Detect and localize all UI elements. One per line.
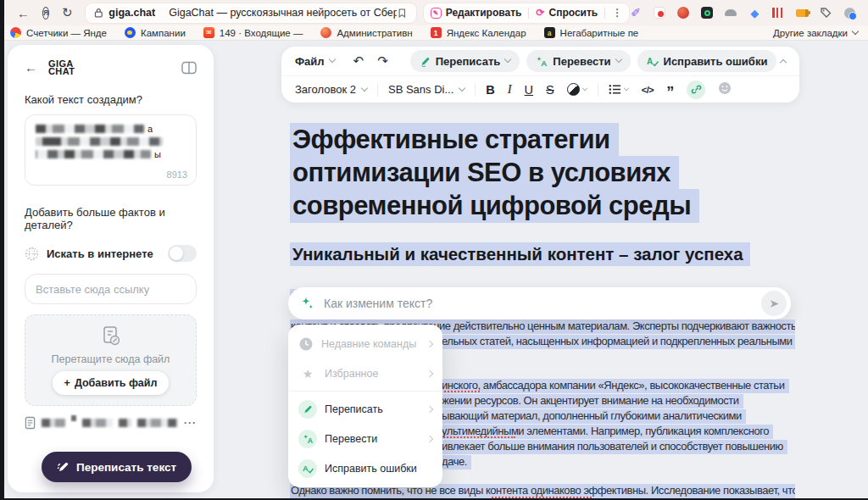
redo-button[interactable]: ↷ (377, 53, 388, 69)
send-button[interactable] (761, 291, 787, 316)
undo-button[interactable]: ↶ (353, 53, 364, 69)
plus-icon: + (64, 377, 70, 389)
spellcheck-underline (441, 391, 480, 392)
pin-check-icon (844, 8, 855, 19)
bookmark-cargo[interactable]: aНегабаритные пе (544, 27, 639, 38)
translate-icon: A (536, 56, 548, 67)
file-menu[interactable]: Файл (295, 55, 335, 68)
svg-text:A: A (542, 58, 548, 67)
bookmark-metrika[interactable]: Счетчики — Янде (10, 27, 107, 38)
other-bookmarks-label: Другие закладки (773, 28, 848, 38)
masked-filename (137, 419, 178, 427)
color-wheel-icon (567, 83, 580, 96)
spellcheck-icon: A (298, 459, 317, 478)
add-file-button[interactable]: + Добавить файл (53, 371, 170, 395)
bookmark-inbox[interactable]: ✉149 · Входящие — (203, 27, 303, 38)
bookmark-icon[interactable] (397, 8, 408, 19)
selected-text: инского, амбассадора компании «Яндекс», … (441, 379, 789, 393)
code-button[interactable]: </> (642, 85, 654, 95)
shield-extension-icon[interactable] (653, 6, 666, 19)
menu-item-recent[interactable]: Недавние команды (288, 329, 442, 358)
prompt-bar[interactable] (288, 287, 791, 319)
list-button[interactable] (609, 84, 629, 95)
char-count: 8913 (167, 169, 187, 180)
pen-icon (298, 400, 317, 419)
metrika-icon (10, 27, 21, 38)
translate-icon: A (298, 430, 317, 448)
panel-toggle-icon[interactable] (181, 61, 197, 75)
create-text-label: Какой текст создадим? (25, 93, 197, 106)
fix-errors-pill-button[interactable]: A Исправить ошибки (637, 50, 777, 72)
selected-text: ывающий материал, дополненный глубокими … (441, 409, 746, 424)
file-menu-icon[interactable]: ··· (184, 417, 197, 429)
page-title: GigaChat — русскоязычная нейросеть от Сб… (169, 7, 397, 19)
bold-button[interactable]: B (486, 83, 494, 97)
underline-button[interactable]: U (525, 83, 533, 97)
chevron-right-icon (426, 369, 433, 376)
link-input[interactable] (25, 274, 197, 304)
bookmark-admin[interactable]: Административн (320, 27, 412, 38)
lock-icon (94, 8, 103, 18)
italic-button[interactable]: I (508, 82, 512, 97)
chevron-down-icon (459, 84, 465, 91)
overflow-menu-icon[interactable]: ⋮ (612, 7, 622, 19)
spellcheck-icon: A (647, 56, 659, 67)
screen: ← Я ↻ giga.chat GigaChat — русскоязычная… (0, 0, 868, 500)
tag-extension-icon[interactable] (819, 6, 832, 19)
dark-ring-extension-icon[interactable] (700, 6, 714, 19)
edit-button[interactable]: ✎ Редактировать (431, 7, 522, 19)
cube-extension-icon[interactable]: ◆ (748, 6, 761, 19)
chevron-down-icon (361, 84, 368, 91)
bullet-list-icon (609, 84, 621, 95)
other-bookmarks-button[interactable]: Другие закладки (773, 28, 858, 38)
rewrite-pill-button[interactable]: Переписать (410, 50, 520, 72)
reload-icon[interactable]: ↻ (62, 5, 73, 20)
spellcheck-underline (441, 436, 515, 438)
truck-icon: a (544, 27, 555, 38)
text-color-button[interactable] (567, 83, 587, 96)
masked-tail: ы (154, 149, 161, 159)
purple-pen-extension-icon[interactable]: ✐ (629, 6, 643, 19)
link-button-active[interactable] (687, 81, 705, 99)
bookmark-calendar[interactable]: 1Яндекс Календар (431, 27, 526, 38)
dome-extension-icon[interactable] (724, 6, 737, 19)
bookmark-label: Административн (337, 28, 412, 38)
menu-item-label: Избранное (325, 368, 378, 380)
prompt-input[interactable] (324, 297, 753, 310)
rewrite-text-button[interactable]: Переписать текст (42, 452, 192, 482)
menu-item-label: Перевести (325, 433, 377, 445)
menu-item-favorites[interactable]: ★ Избранное (288, 358, 442, 388)
paragraph-style-select[interactable]: Заголовок 2 (295, 83, 367, 96)
menu-item-fix-errors[interactable]: A Исправить ошибки (288, 453, 442, 483)
emoji-button[interactable] (718, 81, 732, 97)
strikethrough-button[interactable]: S (546, 83, 554, 97)
quote-button[interactable]: ” (666, 88, 674, 97)
document-heading-line: оптимизации SEO в условиях (290, 158, 795, 191)
ai-action-pills: Переписать A Перевести A Исправить ошибк… (410, 50, 777, 72)
bookmark-campaigns[interactable]: Кампании (125, 27, 186, 38)
assistant-extension-icon[interactable] (676, 6, 690, 19)
paragraph-style-value: Заголовок 2 (295, 83, 356, 96)
menu-item-rewrite[interactable]: Переписать (288, 394, 442, 424)
translate-pill-button[interactable]: A Перевести (526, 50, 630, 72)
menu-item-label: Переписать (325, 403, 383, 415)
source-text-area[interactable]: а ы 8913 (25, 114, 197, 186)
file-dropzone[interactable]: Перетащите сюда файл + Добавить файл (25, 314, 197, 406)
back-arrow-icon[interactable]: ← (25, 60, 37, 75)
yandex-browser-icon[interactable]: Я (42, 7, 49, 19)
chart-extension-icon[interactable] (771, 6, 785, 19)
bookmark-label: Кампании (141, 28, 186, 38)
menu-item-translate[interactable]: A Перевести (288, 424, 442, 453)
pin-extension-icon[interactable] (843, 6, 856, 19)
battery-extension-icon[interactable] (795, 6, 809, 19)
address-bar[interactable]: giga.chat GigaChat — русскоязычная нейро… (86, 3, 416, 23)
edit-button-label: Редактировать (446, 7, 522, 19)
selected-text: ельных статей, насыщенных информацией и … (441, 335, 795, 349)
attached-file-item[interactable]: ··· (25, 416, 197, 430)
web-search-toggle[interactable] (168, 245, 197, 262)
collapse-toolbar-icon[interactable] (780, 58, 787, 65)
masked-filename (71, 415, 77, 421)
back-icon[interactable]: ← (17, 6, 30, 20)
ask-button[interactable]: ⟳ Спросить (536, 7, 598, 19)
font-select[interactable]: SB Sans Di... (388, 83, 465, 96)
